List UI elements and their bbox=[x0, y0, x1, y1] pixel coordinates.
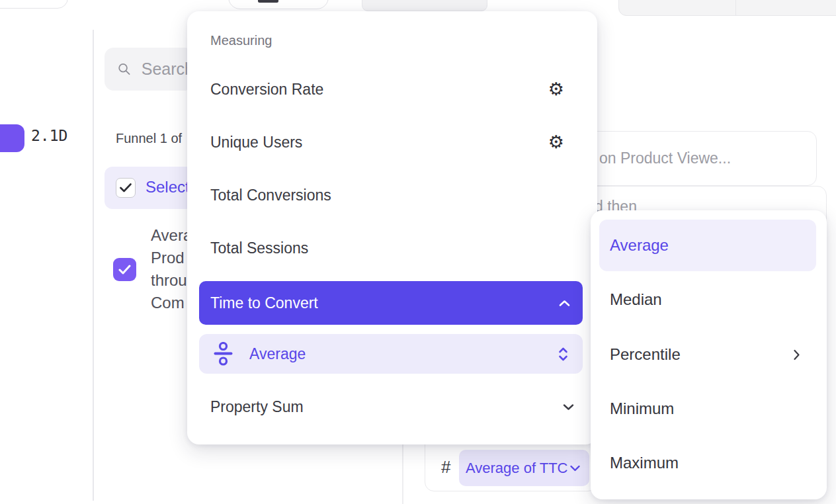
app-canvas: 2.1D Search Funnel 1 of Select Avera Pro… bbox=[0, 0, 836, 504]
menu-item-conversion-rate[interactable]: Conversion Rate ⚙ bbox=[210, 76, 564, 103]
gear-icon[interactable]: ⚙ bbox=[548, 81, 564, 99]
aggregation-dropdown: Average Median Percentile Minimum Maximu… bbox=[591, 210, 827, 499]
menu-item-label: Total Conversions bbox=[210, 187, 331, 204]
menu-item-total-sessions[interactable]: Total Sessions bbox=[210, 235, 564, 261]
agg-item-label: Minimum bbox=[610, 399, 674, 418]
menu-item-label: Total Sessions bbox=[210, 239, 308, 257]
menu-item-total-conversions[interactable]: Total Conversions bbox=[210, 182, 564, 208]
aggregation-value-label: Average bbox=[249, 345, 558, 363]
chart-type-button-fragment[interactable] bbox=[228, 0, 329, 9]
ttc-aggregation-selector[interactable]: Average bbox=[199, 334, 583, 374]
metric-description-line: Avera bbox=[151, 224, 187, 247]
metric-description: Avera Prod throu Com bbox=[151, 224, 187, 314]
funnel-step-heading: Funnel 1 of bbox=[116, 131, 187, 146]
event-step-card[interactable]: on Product Viewe... bbox=[569, 131, 817, 186]
menu-item-property-sum[interactable]: Property Sum bbox=[210, 394, 574, 420]
toolbar-tab-fragment[interactable] bbox=[362, 0, 487, 11]
metric-checkbox-checked[interactable] bbox=[113, 258, 136, 281]
search-placeholder: Search bbox=[142, 60, 194, 79]
agg-item-minimum[interactable]: Minimum bbox=[610, 396, 800, 422]
average-of-ttc-label: Average of TTC bbox=[466, 460, 567, 477]
agg-item-label: Average bbox=[610, 236, 669, 255]
search-icon bbox=[118, 60, 131, 78]
select-all-label: Select bbox=[146, 178, 190, 196]
agg-item-percentile[interactable]: Percentile bbox=[610, 341, 800, 368]
search-input[interactable]: Search bbox=[104, 48, 194, 91]
metric-description-line: Prod bbox=[151, 247, 187, 269]
agg-item-label: Median bbox=[610, 290, 662, 309]
chevron-down-icon bbox=[563, 403, 574, 411]
time-to-convert-value-label: 2.1D bbox=[31, 127, 67, 144]
chevron-up-icon bbox=[559, 300, 570, 307]
measuring-dropdown: Measuring Conversion Rate ⚙ Unique Users… bbox=[187, 11, 597, 444]
top-left-card-fragment bbox=[0, 0, 68, 9]
agg-item-label: Percentile bbox=[610, 345, 681, 364]
measuring-heading: Measuring bbox=[210, 33, 272, 48]
agg-item-maximum[interactable]: Maximum bbox=[610, 450, 800, 476]
number-type-icon: # bbox=[441, 457, 450, 478]
select-all-checkbox[interactable] bbox=[116, 178, 136, 198]
select-all-row[interactable]: Select bbox=[104, 167, 194, 209]
chart-icon bbox=[258, 0, 278, 3]
event-step-label: on Product Viewe... bbox=[599, 149, 731, 167]
division-average-icon bbox=[214, 342, 233, 366]
menu-item-unique-users[interactable]: Unique Users ⚙ bbox=[210, 129, 564, 155]
header-tab-left[interactable] bbox=[618, 0, 736, 16]
menu-item-time-to-convert-selected[interactable]: Time to Convert bbox=[199, 281, 583, 325]
checkmark-icon bbox=[118, 265, 131, 274]
vertical-divider bbox=[93, 30, 94, 501]
metric-description-line: throu bbox=[151, 269, 187, 292]
gear-icon[interactable]: ⚙ bbox=[548, 134, 564, 151]
agg-item-average-selected[interactable]: Average bbox=[599, 220, 816, 271]
menu-item-label: Property Sum bbox=[210, 398, 304, 416]
menu-item-label: Time to Convert bbox=[210, 294, 318, 312]
header-tab-right[interactable] bbox=[735, 0, 836, 16]
agg-item-label: Maximum bbox=[610, 454, 679, 472]
chevron-down-icon bbox=[570, 465, 580, 472]
chevron-right-icon bbox=[793, 349, 800, 360]
up-down-chevron-icon bbox=[558, 347, 568, 361]
average-of-ttc-dropdown[interactable]: Average of TTC bbox=[459, 450, 589, 486]
checkmark-icon bbox=[120, 183, 132, 192]
metric-description-line: Com bbox=[151, 292, 187, 314]
agg-item-median[interactable]: Median bbox=[610, 286, 800, 313]
menu-item-label: Unique Users bbox=[210, 134, 302, 151]
menu-item-label: Conversion Rate bbox=[210, 81, 323, 99]
funnel-bar-segment bbox=[0, 124, 24, 152]
